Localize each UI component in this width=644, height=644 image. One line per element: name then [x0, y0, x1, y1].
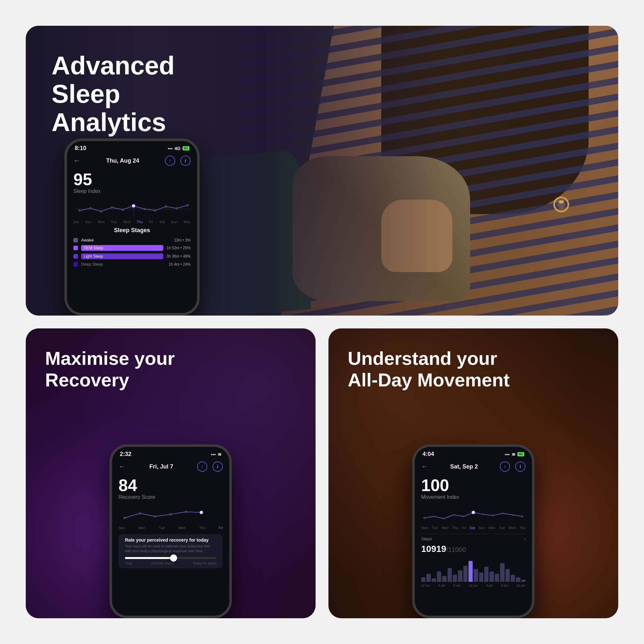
- info-button[interactable]: i: [180, 156, 191, 166]
- svg-point-6: [100, 210, 102, 213]
- recovery-info-button[interactable]: i: [213, 461, 223, 472]
- top-card: Advanced Sleep Analytics 8:10 ▪▪▪ 4G 5G …: [26, 26, 618, 316]
- share-button[interactable]: ↑: [165, 156, 175, 166]
- movement-title-line1: Understand your: [348, 348, 497, 369]
- svg-point-32: [522, 516, 524, 517]
- steps-goal: /11000: [446, 546, 466, 553]
- steps-value: 10919: [421, 544, 446, 554]
- movement-network-badge: 4G: [517, 452, 524, 456]
- recovery-score: 84: [118, 477, 223, 494]
- recovery-nav-date: Fri, Jul 7: [149, 463, 173, 470]
- movement-score-label: Movement Index: [421, 494, 526, 500]
- top-card-title: Advanced Sleep Analytics: [52, 52, 213, 137]
- title-line1: Advanced Sleep: [52, 51, 175, 108]
- top-phone-mockup: 8:10 ▪▪▪ 4G 5G ← Thu, Aug 24 ↑ i: [64, 138, 200, 316]
- steps-label: Steps: [421, 536, 432, 541]
- recovery-nav-bar: ← Fri, Jul 7 ↑ i: [112, 459, 229, 474]
- movement-time: 4:04: [422, 451, 434, 458]
- movement-wifi: ≋: [512, 452, 516, 457]
- bar-15: [495, 574, 499, 582]
- recovery-question: Rate your perceived recovery for today: [125, 537, 216, 543]
- sleep-chart: [67, 197, 197, 219]
- recovery-chart: [112, 503, 229, 525]
- stage-row-awake: Awake 13m • 3%: [67, 236, 197, 244]
- movement-title-line2: All-Day Movement: [348, 369, 510, 390]
- recovery-status-icons: ▪▪▪ ≋: [211, 452, 222, 457]
- title-line2: Analytics: [52, 108, 166, 137]
- svg-point-25: [453, 514, 455, 516]
- bar-20: [521, 580, 526, 582]
- steps-section: Steps › 10919/11000: [415, 530, 532, 557]
- slider-thumb[interactable]: [170, 554, 177, 562]
- movement-info-button[interactable]: i: [515, 461, 526, 472]
- bar-17: [506, 569, 510, 582]
- stage-row-rem: REM Sleep 1h 52m • 25%: [67, 244, 197, 252]
- slider-track[interactable]: [125, 557, 216, 559]
- slider-label-right: Ready for action: [193, 562, 216, 565]
- svg-point-23: [433, 516, 435, 517]
- svg-point-31: [512, 514, 514, 516]
- steps-row: Steps ›: [421, 534, 526, 544]
- svg-point-26: [463, 516, 465, 517]
- steps-arrow: ›: [524, 537, 526, 541]
- svg-point-29: [492, 515, 494, 516]
- svg-point-14: [186, 204, 189, 207]
- nav-date: Thu, Aug 24: [106, 157, 139, 164]
- bar-11: [474, 569, 478, 582]
- rem-indicator: [73, 246, 78, 250]
- back-button[interactable]: ←: [73, 156, 81, 165]
- svg-point-5: [89, 207, 92, 210]
- bar-2: [426, 574, 431, 582]
- signal-icon: ▪▪▪: [168, 146, 173, 151]
- movement-back-button[interactable]: ←: [421, 462, 428, 471]
- recovery-nav-actions: ↑ i: [197, 461, 223, 472]
- score-label: Sleep Index: [73, 188, 191, 194]
- recovery-status-bar: 2:32 ▪▪▪ ≋: [112, 447, 229, 459]
- bar-10: [469, 561, 473, 582]
- bar-3: [432, 578, 436, 582]
- recovery-score-section: 84 Recovery Score: [112, 474, 229, 503]
- svg-point-12: [165, 205, 167, 208]
- movement-score-section: 100 Movement Index: [415, 474, 532, 503]
- top-phone-screen: 8:10 ▪▪▪ 4G 5G ← Thu, Aug 24 ↑ i: [67, 141, 197, 313]
- movement-phone-screen: 4:04 ▪▪▪ ≋ 4G ← Sat, Sep 2 ↑ i: [415, 447, 532, 616]
- nav-bar: ← Thu, Aug 24 ↑ i: [67, 153, 197, 168]
- light-indicator: [73, 254, 78, 259]
- recovery-signal: ▪▪▪: [211, 452, 216, 457]
- ring-decoration: [552, 195, 571, 214]
- status-time: 8:10: [75, 145, 86, 152]
- status-bar: 8:10 ▪▪▪ 4G 5G: [67, 141, 197, 153]
- svg-point-7: [111, 206, 113, 209]
- movement-chart: [415, 503, 532, 525]
- recovery-slider-container: Rate your perceived recovery for today Y…: [115, 534, 226, 568]
- movement-nav-bar: ← Sat, Sep 2 ↑ i: [415, 459, 532, 474]
- bar-4: [437, 572, 441, 582]
- network-type: 4G: [175, 146, 181, 151]
- sleep-stages-title: Sleep Stages: [67, 227, 197, 234]
- recovery-phone-screen: 2:32 ▪▪▪ ≋ ← Fri, Jul 7 ↑ i: [112, 447, 229, 616]
- bar-18: [511, 575, 515, 582]
- steps-value-container: 10919/11000: [421, 544, 526, 554]
- recovery-description: Your input will be used to calibrate you…: [125, 544, 216, 554]
- slider-label-mid: Decently rested: [151, 562, 174, 565]
- movement-score: 100: [421, 477, 526, 494]
- svg-point-30: [502, 512, 504, 514]
- movement-share-button[interactable]: ↑: [500, 461, 510, 472]
- chart-days: Sat Sun Mon Tue Wed Thu Fri Sat Sun Mon: [67, 219, 197, 224]
- svg-point-28: [482, 513, 484, 515]
- recovery-phone-mockup: 2:32 ▪▪▪ ≋ ← Fri, Jul 7 ↑ i: [109, 444, 232, 618]
- recovery-wifi: ≋: [218, 452, 222, 457]
- movement-status-icons: ▪▪▪ ≋ 4G: [505, 452, 524, 457]
- recovery-slider-section: Rate your perceived recovery for today Y…: [118, 534, 223, 568]
- bottom-section: Maximise your Recovery 2:32 ▪▪▪ ≋: [26, 328, 618, 618]
- recovery-back-button[interactable]: ←: [118, 462, 126, 471]
- svg-point-22: [423, 517, 425, 519]
- svg-point-10: [143, 208, 146, 210]
- recovery-title: Maximise your Recovery: [45, 348, 175, 391]
- movement-title: Understand your All-Day Movement: [348, 348, 510, 391]
- movement-days: Mon Tue Wed Thu Fri Sat Sun Mon Tue Wed …: [415, 525, 532, 530]
- movement-phone-mockup: 4:04 ▪▪▪ ≋ 4G ← Sat, Sep 2 ↑ i: [412, 444, 535, 618]
- recovery-share-button[interactable]: ↑: [197, 461, 207, 472]
- movement-card: Understand your All-Day Movement 4:04 ▪▪…: [328, 328, 618, 618]
- bar-7: [453, 575, 457, 582]
